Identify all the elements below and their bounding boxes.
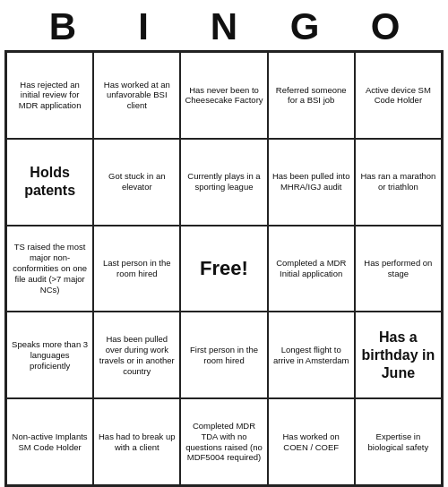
cell-18: Longest flight to arrive in Amsterdam xyxy=(268,312,355,398)
bingo-grid: Has rejected an initial review for MDR a… xyxy=(4,50,444,487)
bingo-letter-n: N xyxy=(184,5,264,48)
cell-15: Speaks more than 3 languages proficientl… xyxy=(6,312,93,398)
cell-24: Expertise in biological safety xyxy=(355,398,442,485)
cell-21: Has had to break up with a client xyxy=(93,398,180,485)
cell-13: Completed a MDR Initial application xyxy=(268,226,355,312)
cell-11: Last person in the room hired xyxy=(93,226,180,312)
cell-4: Active device SM Code Holder xyxy=(355,52,442,139)
cell-6: Got stuck in an elevator xyxy=(93,139,180,226)
cell-17: First person in the room hired xyxy=(180,312,267,398)
cell-7: Currently plays in a sporting league xyxy=(180,139,267,226)
cell-16: Has been pulled over during work travels… xyxy=(93,312,180,398)
cell-2: Has never been to Cheesecake Factory xyxy=(180,52,267,139)
bingo-letter-b: B xyxy=(22,5,103,48)
cell-3: Referred someone for a BSI job xyxy=(268,52,355,139)
cell-23: Has worked on COEN / COEF xyxy=(268,398,355,485)
cell-9: Has ran a marathon or triathlon xyxy=(355,139,442,226)
cell-1: Has worked at an unfavorable BSI client xyxy=(93,52,180,139)
cell-0: Has rejected an initial review for MDR a… xyxy=(6,52,93,139)
bingo-header: BINGO xyxy=(0,0,448,50)
cell-12: Free! xyxy=(180,226,267,312)
bingo-letter-g: G xyxy=(264,5,345,48)
cell-10: TS raised the most major non-conformitie… xyxy=(6,226,93,312)
cell-5: Holds patents xyxy=(6,139,93,226)
cell-14: Has performed on stage xyxy=(355,226,442,312)
cell-22: Completed MDR TDA with no questions rais… xyxy=(180,398,267,485)
cell-8: Has been pulled into MHRA/IGJ audit xyxy=(268,139,355,226)
cell-19: Has a birthday in June xyxy=(355,312,442,398)
cell-20: Non-active Implants SM Code Holder xyxy=(6,398,93,485)
bingo-letter-o: O xyxy=(345,5,426,48)
bingo-letter-i: I xyxy=(103,5,184,48)
